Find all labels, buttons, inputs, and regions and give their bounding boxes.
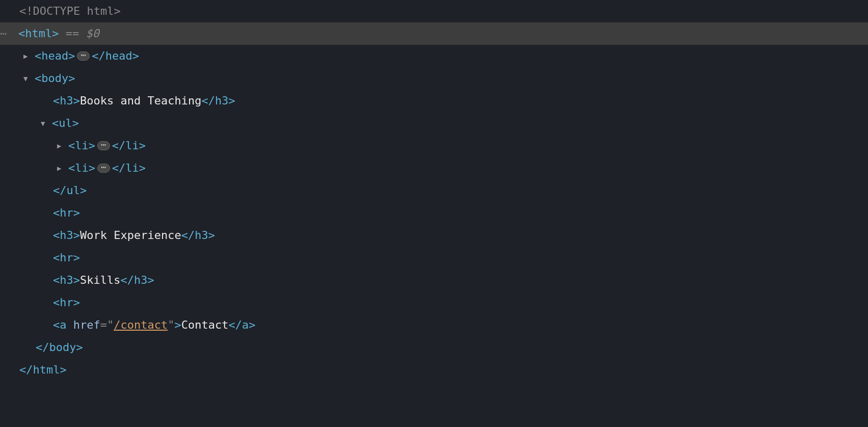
tag-ul-open: <ul>	[52, 112, 79, 135]
dom-node-h3-2[interactable]: <h3>Work Experience</h3>	[0, 224, 868, 247]
tag-a-open-1: <a	[53, 314, 73, 336]
dom-node-hr-2[interactable]: <hr>	[0, 247, 868, 269]
dom-node-hr-1[interactable]: <hr>	[0, 202, 868, 224]
collapse-arrow-icon[interactable]	[23, 67, 35, 90]
tag-body-open: <body>	[35, 67, 75, 90]
tag-li-open: <li>	[68, 157, 95, 179]
tag-h3-open: <h3>	[53, 224, 80, 247]
dom-node-hr-3[interactable]: <hr>	[0, 291, 868, 314]
attr-name-href: href	[73, 314, 100, 336]
dom-node-body-open[interactable]: <body>	[0, 67, 868, 90]
attr-quote-open: "	[107, 314, 114, 336]
tag-h3-open: <h3>	[53, 90, 80, 112]
dom-node-head[interactable]: <head> </head>	[0, 45, 868, 67]
tag-a-open-2: >	[174, 314, 181, 336]
expand-arrow-icon[interactable]	[57, 135, 68, 157]
tag-html-open: <html>	[18, 22, 59, 45]
attr-quote-close: "	[168, 314, 174, 336]
tag-h3-close: </h3>	[181, 224, 215, 247]
tag-li-close: </li>	[112, 157, 146, 179]
tag-li-open: <li>	[68, 135, 95, 157]
ellipsis-icon[interactable]	[97, 164, 110, 173]
attr-value-href[interactable]: /contact	[114, 314, 168, 336]
gutter-dots-icon: ⋯	[0, 22, 18, 45]
dom-node-ul-open[interactable]: <ul>	[0, 112, 868, 135]
tag-a-close: </a>	[228, 314, 255, 336]
dom-node-anchor[interactable]: <a href="/contact">Contact</a>	[0, 314, 868, 336]
expand-arrow-icon[interactable]	[23, 45, 35, 67]
tag-li-close: </li>	[112, 135, 146, 157]
tag-hr: <hr>	[53, 291, 80, 314]
ellipsis-icon[interactable]	[97, 141, 110, 150]
expand-arrow-icon[interactable]	[57, 157, 68, 179]
h3-text-1: Books and Teaching	[80, 90, 201, 112]
dom-node-html-close[interactable]: </html>	[0, 359, 868, 381]
tag-hr: <hr>	[53, 247, 80, 269]
dom-node-body-close[interactable]: </body>	[0, 336, 868, 359]
selected-var: $0	[86, 22, 99, 45]
doctype-text: <!DOCTYPE html>	[19, 0, 121, 22]
dom-node-ul-close[interactable]: </ul>	[0, 179, 868, 202]
dom-node-li-1[interactable]: <li> </li>	[0, 135, 868, 157]
dom-node-li-2[interactable]: <li> </li>	[0, 157, 868, 179]
tag-ul-close: </ul>	[53, 179, 87, 202]
dom-node-html-selected[interactable]: ⋯ <html> == $0	[0, 22, 868, 45]
tag-h3-close: </h3>	[120, 269, 154, 291]
tag-head-close: </head>	[92, 45, 139, 67]
dom-node-h3-3[interactable]: <h3>Skills</h3>	[0, 269, 868, 291]
h3-text-3: Skills	[80, 269, 120, 291]
dom-node-doctype[interactable]: <!DOCTYPE html>	[0, 0, 868, 22]
h3-text-2: Work Experience	[80, 224, 181, 247]
selected-eq: ==	[59, 22, 86, 45]
tag-h3-close: </h3>	[201, 90, 235, 112]
tag-body-close: </body>	[36, 336, 83, 359]
attr-eq: =	[100, 314, 107, 336]
collapse-arrow-icon[interactable]	[41, 112, 52, 135]
ellipsis-icon[interactable]	[77, 51, 90, 61]
a-text: Contact	[181, 314, 229, 336]
tag-html-close: </html>	[19, 359, 67, 381]
tag-hr: <hr>	[53, 202, 80, 224]
tag-head-open: <head>	[35, 45, 75, 67]
tag-h3-open: <h3>	[53, 269, 80, 291]
dom-node-h3-1[interactable]: <h3>Books and Teaching</h3>	[0, 90, 868, 112]
devtools-elements-panel[interactable]: <!DOCTYPE html> ⋯ <html> == $0 <head> </…	[0, 0, 868, 381]
